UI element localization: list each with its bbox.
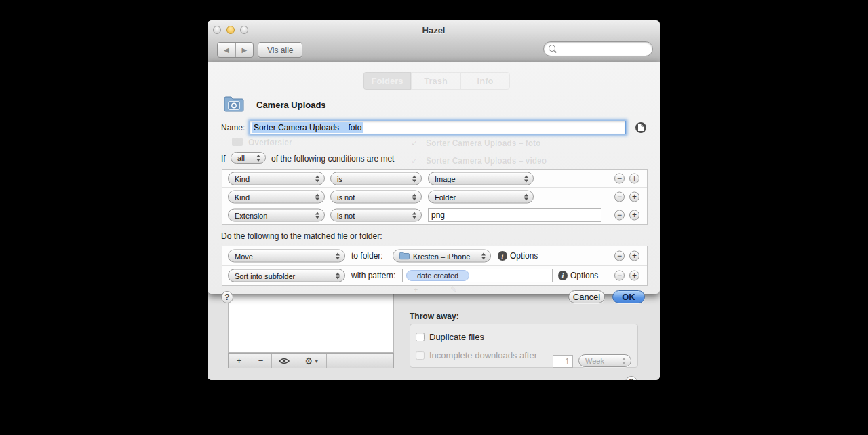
stepper-icon [336,272,340,279]
remove-folder-button[interactable]: − [250,354,272,368]
hazel-window: Hazel ◀ ▶ Vis alle + − ⚙ ▾ [208,20,660,380]
incomplete-unit-popup: Week [578,354,631,367]
camera-folder-icon [224,96,244,112]
condition-value-popup[interactable]: Folder [428,191,534,204]
back-forward-control: ◀ ▶ [217,42,254,58]
preview-button[interactable] [272,354,296,368]
ghost-check-icon: ✓ [411,156,418,166]
stepper-icon [315,175,319,182]
document-icon [638,124,644,131]
ghost-tabline [510,81,649,81]
stepper-icon [336,252,340,259]
ok-button[interactable]: OK [612,290,645,303]
search-input[interactable] [557,43,648,55]
toolbar: ◀ ▶ Vis alle [208,39,660,62]
remove-condition-button[interactable]: − [614,192,625,202]
stepper-icon [315,193,319,200]
action-row: Sort into subfolder with pattern: date c… [222,265,647,285]
rule-name-value: Sorter Camera Uploads – foto [252,122,363,133]
info-icon[interactable]: i [498,251,507,261]
ghost-check-icon: ✓ [411,138,418,148]
rule-name-input[interactable]: Sorter Camera Uploads – foto [250,121,626,134]
condition-attribute-popup[interactable]: Extension [228,209,325,222]
minus-icon: − [258,356,264,366]
add-action-button[interactable]: + [629,271,639,281]
folder-list[interactable] [228,294,394,353]
actions-heading: Do the following to the matched file or … [221,231,382,241]
stepper-icon [412,212,416,219]
options-label[interactable]: Options [510,251,538,261]
condition-operator-popup[interactable]: is not [330,209,422,222]
condition-attribute-popup[interactable]: Kind [228,191,325,204]
condition-row: Kind is not Folder − + [222,187,647,206]
add-folder-button[interactable]: + [229,354,250,368]
condition-row: Extension is not png − + [222,206,647,224]
plus-icon: + [237,356,242,366]
gear-menu-button[interactable]: ⚙ ▾ [296,354,327,368]
action-connector-label: with pattern: [351,271,395,280]
show-all-button[interactable]: Vis alle [258,42,302,58]
main-content: + − ⚙ ▾ Throw away: Duplicate files Inco… [208,294,660,380]
window-help-button[interactable]: ? [625,376,637,380]
condition-attribute-popup[interactable]: Kind [228,172,325,185]
action-verb-popup[interactable]: Sort into subfolder [228,269,345,282]
window-title: Hazel [208,25,660,35]
sheet-help-button[interactable]: ? [221,291,233,303]
stepper-icon [524,175,528,182]
add-condition-button[interactable]: + [629,192,639,202]
stepper-icon [315,212,319,219]
stepper-icon [524,193,528,200]
condition-operator-popup[interactable]: is [330,172,422,185]
ghost-edit-buttons: + − ✎ [406,285,463,295]
pattern-token-field[interactable]: date created [402,269,553,282]
forward-icon: ▶ [241,46,247,54]
rule-preview-button[interactable] [635,122,646,133]
condition-value-popup[interactable]: Image [428,172,534,185]
action-connector-label: to folder: [351,251,383,261]
add-condition-button[interactable]: + [629,174,639,184]
condition-row: Kind is Image − + [222,170,647,187]
add-condition-button[interactable]: + [629,210,639,221]
incomplete-downloads-label: Incomplete downloads after [429,350,537,360]
date-created-token[interactable]: date created [406,270,469,281]
remove-condition-button[interactable]: − [614,174,625,184]
throw-away-group: Duplicate files Incomplete downloads aft… [410,324,638,368]
ghost-rule-row: Sorter Camera Uploads – video [426,156,547,166]
add-action-button[interactable]: + [629,251,639,261]
options-label[interactable]: Options [570,271,598,280]
ghost-tab-folders: Folders [363,72,411,90]
forward-button[interactable]: ▶ [235,43,254,57]
back-button[interactable]: ◀ [218,43,235,57]
back-icon: ◀ [224,46,229,54]
condition-value-input[interactable]: png [428,208,601,222]
condition-operator-popup[interactable]: is not [330,191,422,204]
caret-down-icon: ▾ [315,358,319,364]
remove-action-button[interactable]: − [614,271,625,281]
action-verb-popup[interactable]: Move [228,250,345,263]
remove-condition-button[interactable]: − [614,210,625,221]
actions-box: Move to folder: Kresten – iPhone i Optio… [222,246,648,286]
stepper-icon [622,358,626,364]
gear-icon: ⚙ [304,356,313,366]
match-mode-popup[interactable]: all [231,152,266,164]
search-field[interactable] [543,41,653,56]
rule-editor-sheet: Folders Trash Info Overførsler ✓ Sorter … [208,62,660,294]
incomplete-value-field: 1 [553,355,573,368]
remove-action-button[interactable]: − [614,251,625,261]
stepper-icon [481,252,486,259]
titlebar: Hazel [208,20,660,39]
ghost-rule-row: Sorter Camera Uploads – foto [426,138,540,148]
name-label: Name: [221,123,245,132]
ghost-sidebar-item: Overførsler [248,138,292,147]
rule-folder-title: Camera Uploads [256,100,326,110]
duplicate-files-label: Duplicate files [429,332,484,342]
stepper-icon [412,193,416,200]
duplicate-files-checkbox[interactable] [416,333,425,341]
info-icon[interactable]: i [558,271,568,280]
conditions-box: Kind is Image − + Kind is not Folder − +… [222,169,648,225]
eye-icon [279,358,290,364]
action-row: Move to folder: Kresten – iPhone i Optio… [222,246,647,265]
cancel-button[interactable]: Cancel [568,290,605,303]
target-folder-popup[interactable]: Kresten – iPhone [393,250,491,263]
search-icon [549,45,555,52]
